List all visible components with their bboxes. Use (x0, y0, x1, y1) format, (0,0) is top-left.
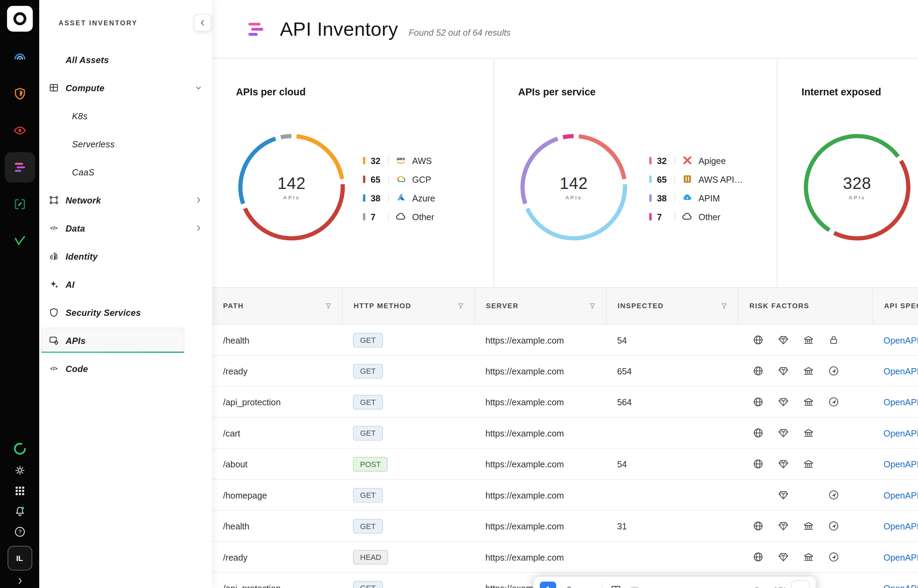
table-row[interactable]: /api_protectionGEThttps://example.com564… (212, 386, 918, 417)
cell-http-method: GET (342, 519, 474, 533)
rail-item-detection[interactable] (5, 115, 35, 145)
api-spec-link[interactable]: OpenAPI (883, 428, 918, 438)
sidebar-item-k8s[interactable]: K8s (39, 102, 212, 130)
gem-icon (777, 520, 789, 532)
table-row[interactable]: /healthGEThttps://example.com54OpenAPI (212, 325, 918, 356)
column-header-inspected[interactable]: INSPECTED (606, 288, 738, 324)
eye-red-icon (12, 123, 28, 138)
rail-item-discovery[interactable] (5, 42, 35, 72)
cell-path: /api_protection (212, 583, 342, 588)
legend-item-apim: 38APIM (649, 188, 743, 207)
funnel-icon[interactable] (457, 302, 465, 310)
sidebar-item-caas[interactable]: CaaS (39, 158, 212, 186)
sidebar-item-security-services[interactable]: Security Services (39, 299, 212, 326)
risk-slot (752, 458, 777, 470)
table-row[interactable]: /readyGEThttps://example.com654OpenAPI (212, 356, 918, 386)
help[interactable]: ? (13, 525, 26, 538)
orca-logo[interactable] (6, 6, 32, 32)
azure-icon (395, 192, 407, 204)
cell-path: /about (212, 459, 342, 469)
rail-item-api-inventory[interactable] (5, 152, 35, 183)
page-button-2[interactable]: 2 (561, 585, 576, 588)
sidebar-item-code[interactable]: </>Code (39, 355, 212, 383)
sidebar-item-label: Identity (66, 251, 98, 262)
sidebar-item-ai[interactable]: AI (39, 270, 212, 299)
cart-green-icon (12, 233, 28, 249)
api-spec-link[interactable]: OpenAPI (883, 335, 918, 345)
api-spec-link[interactable]: OpenAPI (883, 552, 918, 562)
legend-value: 7 (371, 212, 387, 221)
table-view-icon[interactable] (610, 584, 622, 588)
api-spec-link[interactable]: OpenAPI (883, 459, 918, 469)
risk-slot (828, 489, 853, 501)
sidebar-item-serverless[interactable]: Serverless (39, 130, 212, 158)
table-row[interactable]: /cartGEThttps://example.comOpenAPI (212, 418, 918, 449)
asset-inventory-sidebar: ASSET INVENTORY All AssetsComputeK8sServ… (39, 0, 212, 588)
api-spec-link[interactable]: OpenAPI (883, 490, 918, 500)
scroll-top-button[interactable] (791, 580, 810, 588)
sidebar-item-label: Data (66, 223, 85, 233)
risk-slot (828, 582, 853, 588)
api-spec-link[interactable]: OpenAPI (883, 397, 918, 407)
funnel-icon[interactable] (720, 302, 729, 310)
sparkle-icon (48, 278, 60, 290)
globe-icon (752, 458, 764, 470)
rail-item-pipeline[interactable] (5, 226, 35, 256)
sidebar-item-all-assets[interactable]: All Assets (39, 46, 212, 74)
risk-slot (777, 365, 803, 377)
legend-marker (649, 194, 652, 202)
sidebar-item-compute[interactable]: Compute (39, 74, 212, 102)
api-spec-link[interactable]: OpenAPI (883, 583, 918, 588)
expand-rail-button[interactable] (14, 576, 24, 586)
column-header-http-method[interactable]: HTTP METHOD (342, 288, 474, 324)
legend-item-aws-api-: 65AWS API… (649, 170, 743, 188)
api-spec-link[interactable]: OpenAPI (883, 366, 918, 376)
table-row[interactable]: /healthGEThttps://example.com31OpenAPI (212, 511, 918, 541)
cell-api-spec: OpenAPI (872, 583, 918, 588)
legend-divider (388, 157, 389, 165)
table-row[interactable]: /aboutPOSThttps://example.com54OpenAPI (212, 449, 918, 480)
donut-unit: APIs (848, 194, 866, 200)
table-row[interactable]: /readyHEADhttps://example.comOpenAPI (212, 542, 918, 573)
cell-http-method: GET (342, 364, 474, 378)
risk-slot (803, 427, 828, 439)
api-spec-link[interactable]: OpenAPI (883, 521, 918, 531)
user-avatar[interactable]: IL (7, 546, 32, 570)
sidebar-item-identity[interactable]: Identity (39, 242, 212, 270)
notifications[interactable] (13, 505, 26, 518)
orca-logo-icon (11, 10, 28, 27)
sidebar-item-data[interactable]: </>Data (39, 214, 212, 242)
settings[interactable] (13, 464, 26, 477)
column-label: HTTP METHOD (353, 302, 411, 310)
chart-internet-exposed: Internet exposed 328 APIs (777, 58, 918, 288)
legend-marker (363, 213, 365, 220)
column-header-risk-factors[interactable]: RISK FACTORS (738, 288, 872, 324)
sidebar-item-apis[interactable]: APIs (39, 326, 212, 355)
collapse-sidebar-button[interactable] (194, 14, 212, 32)
cell-risk-factors (738, 334, 872, 346)
page-button-1[interactable]: 1 (540, 582, 556, 588)
column-header-path[interactable]: PATH (212, 288, 342, 324)
funnel-icon[interactable] (588, 302, 597, 310)
rail-item-shield[interactable] (5, 78, 35, 109)
rail-item-console[interactable] (5, 189, 35, 220)
table-row[interactable]: /homepageGEThttps://example.comOpenAPI (212, 480, 918, 511)
funnel-icon[interactable] (324, 302, 333, 310)
sidebar-item-network[interactable]: Network (39, 186, 212, 214)
fingerprint-icon (48, 250, 60, 262)
apps-grid[interactable] (13, 485, 26, 497)
legend-divider (388, 175, 389, 183)
column-label: PATH (223, 302, 244, 310)
risk-slot (777, 551, 803, 563)
chevron-up-icon (795, 585, 805, 588)
column-header-api-spec[interactable]: API SPEC (872, 288, 918, 324)
sidebar-item-label: Serverless (72, 139, 115, 149)
ring-green-icon (12, 441, 28, 456)
open-api-action[interactable]: OpenAPI (754, 585, 785, 588)
column-header-server[interactable]: SERVER (474, 288, 606, 324)
brand-ring[interactable] (12, 441, 28, 456)
page-button--[interactable]: … (579, 585, 594, 588)
list-view-icon[interactable] (629, 584, 640, 588)
method-badge: GET (353, 488, 383, 502)
legend-label: APIM (698, 193, 720, 203)
